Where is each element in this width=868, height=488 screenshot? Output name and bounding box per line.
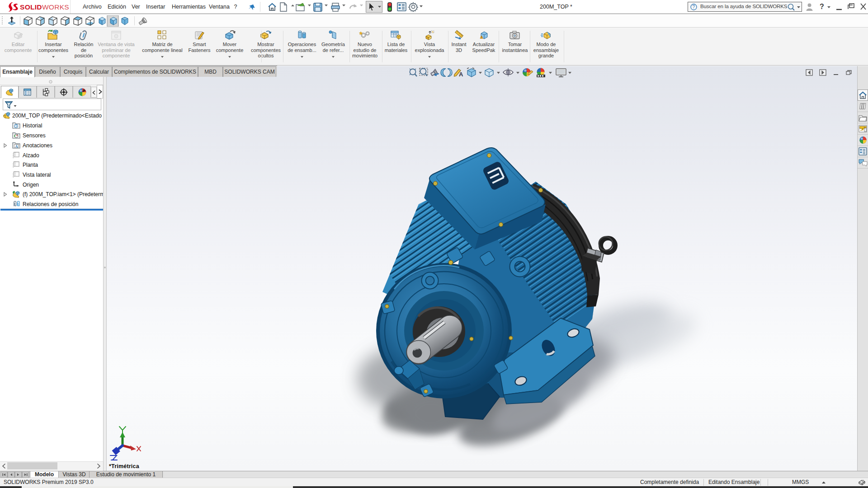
svg-text:SOLIDWORKS: SOLIDWORKS — [20, 3, 69, 11]
svg-text:?: ? — [693, 5, 695, 9]
svg-text:A: A — [459, 71, 463, 78]
svg-text:A: A — [15, 144, 18, 149]
